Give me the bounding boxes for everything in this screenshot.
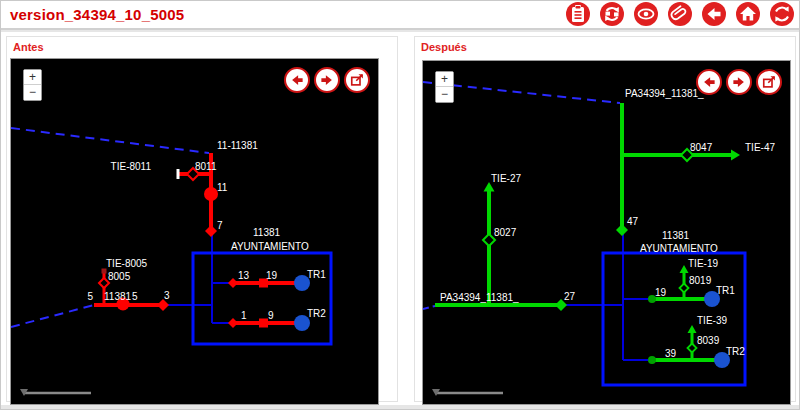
label: 11381 — [662, 230, 690, 241]
label: 27 — [564, 291, 576, 302]
label: TIE-8005 — [106, 258, 148, 269]
label: 47 — [627, 216, 639, 227]
network-diagram-antes: 11-11381 TIE-8011 8011 11 7 11381 AYUNTA… — [11, 59, 378, 404]
fuse[interactable] — [259, 319, 268, 328]
zoom-in-button[interactable]: + — [24, 70, 41, 85]
app-header: version_34394_10_5005 — [0, 0, 800, 30]
export-icon — [348, 71, 366, 89]
label: 8027 — [494, 227, 517, 238]
dashed-feeder-line — [11, 128, 209, 153]
zoom-slider[interactable] — [19, 387, 99, 399]
panel-despues: Después + − — [414, 36, 796, 402]
tie-arrow — [731, 150, 740, 161]
label: 7 — [217, 220, 223, 231]
label: TIE-8011 — [111, 161, 152, 172]
label: 8011 — [195, 161, 217, 172]
attachment-icon — [668, 2, 692, 26]
label: 1 — [241, 310, 247, 321]
label: TR1 — [716, 285, 735, 296]
building-outline — [193, 253, 331, 344]
pan-left-button[interactable] — [696, 69, 722, 95]
zoom-control-despues: + − — [435, 71, 454, 103]
home-button[interactable] — [736, 2, 760, 26]
closed-switch[interactable] — [205, 225, 217, 237]
label: 5 — [132, 291, 138, 302]
map-canvas-antes[interactable]: + − — [10, 58, 379, 405]
open-point-marker[interactable] — [102, 269, 107, 274]
pan-left-icon — [700, 73, 718, 91]
network-diagram-despues: PA34394_11381_ 8047 TIE-47 47 TIE-27 802… — [423, 61, 790, 404]
pan-right-icon — [318, 71, 336, 89]
eye-icon — [634, 2, 658, 26]
open-switch[interactable] — [680, 284, 689, 293]
label: TIE-47 — [745, 142, 775, 153]
export-button[interactable] — [344, 67, 370, 93]
label: TIE-27 — [491, 173, 521, 184]
dashed-feeder-line — [423, 306, 435, 309]
content-area: Antes + − — [0, 32, 800, 405]
map-nav-antes — [284, 67, 370, 93]
back-button[interactable] — [702, 2, 726, 26]
open-switch[interactable] — [688, 344, 697, 353]
tie-arrow — [688, 325, 697, 333]
zoom-in-button[interactable]: + — [436, 72, 453, 87]
label: 8039 — [697, 335, 720, 346]
pan-left-icon — [288, 71, 306, 89]
label: 3 — [164, 290, 170, 301]
label: TR2 — [307, 308, 326, 319]
label: 19 — [655, 287, 667, 298]
zoom-control-antes: + − — [23, 69, 42, 101]
label: 11381 — [253, 227, 281, 238]
label: 11 — [217, 182, 228, 193]
label: AYUNTAMIENTO — [640, 243, 718, 254]
report-button[interactable] — [566, 2, 590, 26]
sync-button[interactable] — [600, 2, 624, 26]
panel-antes-label: Antes — [13, 41, 397, 53]
label: 8005 — [108, 271, 131, 282]
view-button[interactable] — [634, 2, 658, 26]
dashed-feeder-line — [11, 305, 94, 327]
label: 19 — [266, 270, 278, 281]
toolbar — [566, 2, 794, 26]
label: 39 — [665, 348, 677, 359]
map-nav-despues — [696, 69, 782, 95]
export-button[interactable] — [756, 69, 782, 95]
refresh-icon — [770, 2, 794, 26]
back-icon — [702, 2, 726, 26]
sync-icon — [600, 2, 624, 26]
node[interactable] — [648, 356, 656, 364]
export-icon — [760, 73, 778, 91]
label: 8047 — [690, 142, 713, 153]
label: TIE-19 — [688, 258, 718, 269]
zoom-out-button[interactable]: − — [24, 85, 41, 100]
label: AYUNTAMIENTO — [231, 241, 309, 252]
panel-antes: Antes + − — [6, 36, 398, 402]
label: TIE-39 — [697, 315, 727, 326]
panel-despues-label: Después — [421, 41, 795, 53]
pan-right-button[interactable] — [314, 67, 340, 93]
attachment-button[interactable] — [668, 2, 692, 26]
label: 5 — [87, 291, 93, 302]
label: 11-11381 — [217, 140, 258, 151]
pan-right-icon — [730, 73, 748, 91]
closed-switch[interactable] — [228, 278, 238, 288]
node[interactable] — [204, 187, 218, 201]
label: 8019 — [689, 275, 712, 286]
label: PA34394_11381_ — [625, 88, 704, 99]
home-icon — [736, 2, 760, 26]
pan-right-button[interactable] — [726, 69, 752, 95]
label: TR2 — [726, 346, 745, 357]
label: PA34394_11381_ — [440, 292, 519, 303]
report-icon — [566, 2, 590, 26]
label: 9 — [268, 310, 274, 321]
closed-switch[interactable] — [228, 318, 238, 328]
open-point-marker[interactable] — [177, 169, 180, 179]
zoom-out-button[interactable]: − — [436, 87, 453, 102]
zoom-slider[interactable] — [431, 387, 511, 399]
map-canvas-despues[interactable]: + − — [422, 60, 791, 405]
pan-left-button[interactable] — [284, 67, 310, 93]
label: TR1 — [307, 269, 326, 280]
label: 11381 — [104, 291, 132, 302]
refresh-button[interactable] — [770, 2, 794, 26]
page-title: version_34394_10_5005 — [10, 6, 184, 23]
